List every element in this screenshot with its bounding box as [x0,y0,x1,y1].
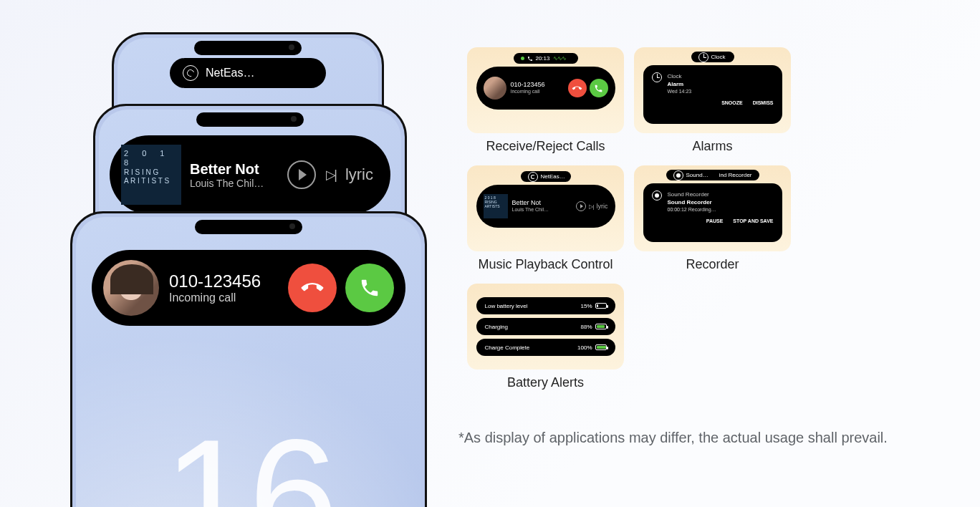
phone-decline-icon [570,82,583,95]
album-art: 2 0 1 8 RISING ARTISTS [484,194,508,218]
song-title: Better Not [190,161,283,178]
caller-avatar [484,77,506,100]
song-artist: Louis The Chil… [512,207,577,213]
clock-icon [698,52,708,62]
play-icon [580,204,583,208]
feature-cards: 20:13 ∿∿∿ 010-123456 Incoming call Recei… [467,47,789,402]
mini-pill-clock: Clock [691,52,734,62]
next-button[interactable]: ▷| [326,167,335,183]
card-music: NetEas… 2 0 1 8 RISING ARTISTS Better No… [467,165,624,251]
play-icon [299,169,307,180]
netease-icon [183,65,198,81]
stop-save-button[interactable]: STOP AND SAVE [733,218,773,225]
card-alarms: Clock Clock Alarm Wed 14:23 SNOOZE DISMI… [634,47,791,133]
phone-decline-icon [297,273,327,303]
mini-alarm-block: Clock Alarm Wed 14:23 SNOOZE DISMISS [643,65,782,124]
card-calls: 20:13 ∿∿∿ 010-123456 Incoming call [467,47,624,133]
caller-number: 010-123456 [169,271,279,291]
mini-recorder-block: Sound Recorder Sound Recorder 00:00:12 R… [643,183,782,242]
battery-low-pill: Low battery level 15% [476,297,615,314]
call-active-icon [521,57,524,60]
play-button[interactable] [576,201,586,211]
pause-button[interactable]: PAUSE [706,218,724,225]
mini-call-block: 010-123456 Incoming call [476,67,615,110]
card-title: Battery Alerts [467,375,624,390]
island-label: NetEas… [206,67,254,79]
battery-icon [595,324,607,329]
phone-accept-icon [359,277,380,299]
card-recorder: Sound… ind Recorder Sound Recorder Sound… [634,165,791,251]
notch-icon [194,41,302,55]
notch-icon [196,112,304,127]
clock-icon [652,72,662,82]
phone-large: 010-123456 Incoming call 16 [70,211,427,507]
card-title: Receive/Reject Calls [467,139,624,154]
mini-music-block: 2 0 1 8 RISING ARTISTS Better Not Louis … [476,185,615,228]
caller-avatar [103,260,159,316]
mini-pill-netease: NetEas… [521,171,571,182]
phone-icon [527,56,533,62]
phone3-island-call[interactable]: 010-123456 Incoming call [92,250,405,326]
song-title: Better Not [512,199,577,207]
notch-icon [195,220,302,234]
phone-accept-icon [594,84,603,93]
disclaimer-text: *As display of applications may differ, … [458,430,888,446]
clock-digits: 16 [163,403,334,507]
battery-icon [595,344,607,350]
mini-pill-recorder: Sound… ind Recorder [666,170,759,180]
lyric-button[interactable]: lyric [597,203,608,210]
decline-button[interactable] [568,79,587,97]
battery-complete-pill: Charge Complete 100% [476,339,615,356]
phones-stack: NetEas… 16 2 0 1 8 R I S I N G A R I T I… [70,32,436,507]
battery-icon [595,303,607,309]
caller-number: 010-123456 [511,81,565,89]
netease-icon [528,172,538,182]
dismiss-button[interactable]: DISMISS [753,100,774,107]
card-title: Alarms [634,139,791,154]
call-status: Incoming call [511,89,565,95]
mini-pill-calltime: 20:13 ∿∿∿ [514,53,578,64]
call-status: Incoming call [169,291,279,304]
accept-button[interactable] [345,264,394,312]
record-icon [652,190,662,201]
play-button[interactable] [287,160,316,189]
waveform-icon: ∿∿∿ [553,55,566,62]
card-battery: Low battery level 15% Charging 88% Charg… [467,284,624,370]
decline-button[interactable] [288,264,337,312]
phone2-island-music[interactable]: 2 0 1 8 R I S I N G A R I T I S T S Bett… [110,135,390,214]
battery-charging-pill: Charging 88% [476,318,615,335]
phone1-island[interactable]: NetEas… [170,58,326,88]
next-button[interactable]: ▷| [589,203,593,210]
song-artist: Louis The Chil… [190,178,283,189]
accept-button[interactable] [590,79,608,97]
card-title: Music Playback Control [467,257,624,272]
lyric-button[interactable]: lyric [345,165,373,184]
card-title: Recorder [634,257,791,272]
album-art: 2 0 1 8 R I S I N G A R I T I S T S [121,145,181,205]
snooze-button[interactable]: SNOOZE [721,100,743,107]
record-icon [673,170,683,180]
